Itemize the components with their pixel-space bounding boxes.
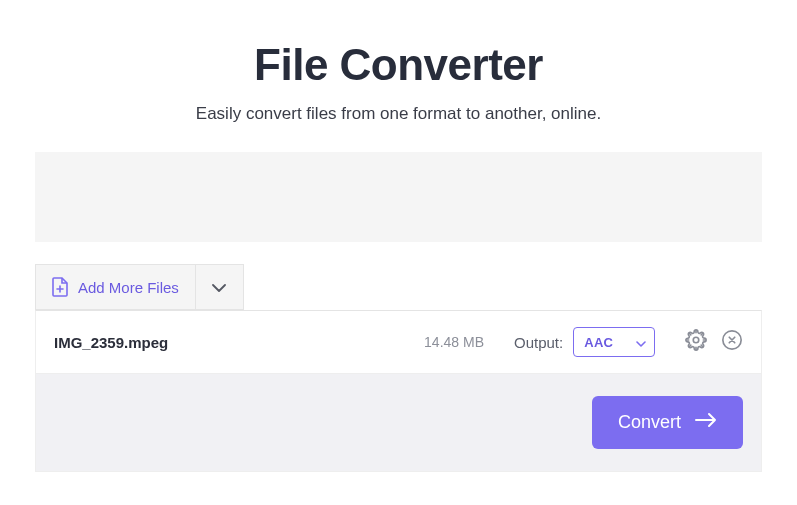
convert-button-label: Convert xyxy=(618,412,681,433)
footer-bar: Convert xyxy=(35,374,762,472)
settings-button[interactable] xyxy=(685,329,707,355)
add-more-files-label: Add More Files xyxy=(78,279,179,296)
convert-button[interactable]: Convert xyxy=(592,396,743,449)
add-more-files-button[interactable]: Add More Files xyxy=(35,264,196,310)
toolbar: Add More Files xyxy=(35,264,762,310)
output-label: Output: xyxy=(514,334,563,351)
gear-icon xyxy=(685,329,707,355)
close-circle-icon xyxy=(721,329,743,355)
row-actions xyxy=(685,329,743,355)
file-plus-icon xyxy=(52,277,68,297)
output-section: Output: AAC xyxy=(514,327,685,357)
file-size: 14.48 MB xyxy=(389,334,484,350)
page-title: File Converter xyxy=(35,40,762,90)
file-dropzone[interactable] xyxy=(35,152,762,242)
add-more-dropdown-toggle[interactable] xyxy=(196,264,244,310)
remove-file-button[interactable] xyxy=(721,329,743,355)
page-subtitle: Easily convert files from one format to … xyxy=(35,104,762,124)
file-name: IMG_2359.mpeg xyxy=(54,334,389,351)
output-format-value: AAC xyxy=(584,335,613,350)
chevron-down-icon xyxy=(636,333,646,351)
file-row: IMG_2359.mpeg 14.48 MB Output: AAC xyxy=(35,310,762,374)
svg-point-0 xyxy=(693,337,699,343)
chevron-down-icon xyxy=(212,280,226,295)
arrow-right-icon xyxy=(695,412,717,433)
output-format-select[interactable]: AAC xyxy=(573,327,655,357)
